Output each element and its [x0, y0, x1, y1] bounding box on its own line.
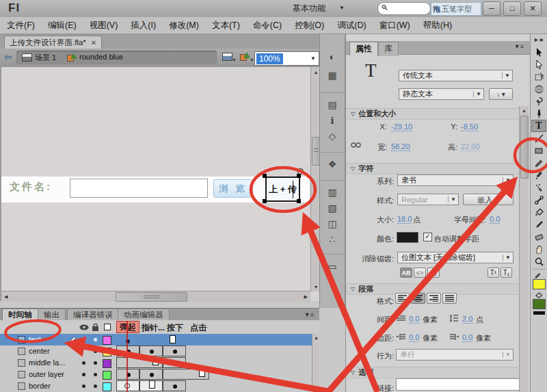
filename-input[interactable]	[70, 179, 208, 198]
document-tab[interactable]: 上传文件设计界面.fla* ✕	[4, 36, 102, 49]
rectangle-tool[interactable]	[531, 144, 546, 157]
layer-row-center[interactable]: center	[0, 345, 312, 358]
scroll-left-icon[interactable]: ◀	[4, 294, 8, 300]
link-input[interactable]	[396, 378, 522, 391]
line-spacing-value[interactable]: 2.0	[462, 315, 472, 324]
timeline-scrollbar[interactable]: ▲	[312, 334, 319, 392]
section-position[interactable]: ▽ 位置和大小	[346, 108, 518, 120]
superscript-toggle[interactable]: T¹	[488, 267, 499, 278]
font-style-dropdown[interactable]: Regular ▼	[397, 194, 459, 205]
pen-tool[interactable]	[531, 107, 546, 120]
edit-symbols-arrow-icon[interactable]: ▼	[250, 57, 254, 62]
layer-color-swatch[interactable]	[103, 359, 111, 368]
keyframe-dot[interactable]	[173, 350, 177, 354]
keyframe-dot[interactable]	[150, 350, 154, 354]
paint-bucket-tool[interactable]	[531, 206, 546, 218]
components-panel-icon[interactable]: ▥	[320, 180, 345, 197]
selection-handle[interactable]	[263, 174, 267, 178]
layer-name[interactable]: center	[29, 347, 50, 355]
menu-file[interactable]: 文件(F)	[7, 20, 35, 31]
layer-color-swatch[interactable]	[103, 371, 111, 380]
subscript-toggle[interactable]: T₁	[501, 267, 512, 278]
frame-label-down[interactable]: 按下	[167, 322, 183, 334]
back-arrow-icon[interactable]: ⇦	[4, 51, 12, 62]
layer-color-swatch[interactable]	[103, 348, 111, 356]
empty-keyframe-marker[interactable]	[149, 380, 155, 389]
show-border-toggle[interactable]: ▤	[427, 267, 440, 278]
selectable-toggle[interactable]: AB	[400, 267, 412, 278]
behavior-dropdown[interactable]: 单行 ▼	[396, 349, 513, 361]
eyedropper-tool[interactable]	[531, 218, 546, 231]
minimize-button[interactable]: ─	[483, 1, 501, 16]
empty-keyframe-marker[interactable]	[199, 369, 205, 377]
layer-name[interactable]: text	[29, 335, 41, 343]
align-justify-button[interactable]	[442, 293, 457, 304]
close-button[interactable]: ✕	[524, 1, 542, 16]
embed-button[interactable]: 嵌入...	[463, 194, 513, 205]
stage-pasteboard[interactable]: 文件名: 浏 览 上 + 传 ▲ ▼ ◀ ▶	[0, 67, 319, 301]
scene-name[interactable]: 场景 1	[35, 53, 56, 63]
tab-properties[interactable]: 属性	[349, 42, 378, 56]
close-tab-icon[interactable]: ✕	[91, 39, 96, 47]
x-value[interactable]: -29.10	[391, 122, 412, 131]
menu-insert[interactable]: 插入(I)	[131, 20, 156, 31]
3d-rotation-tool[interactable]	[531, 83, 546, 95]
symbol-name[interactable]: rounded blue	[79, 53, 123, 61]
color-options-strip[interactable]	[533, 311, 545, 315]
edit-scene-arrow-icon[interactable]: ▼	[232, 57, 236, 62]
tab-compiler-errors[interactable]: 编译器错误	[67, 309, 119, 321]
section-character[interactable]: ▽ 字符	[346, 163, 518, 174]
keyframe-dot[interactable]	[173, 384, 177, 389]
tab-motion-editor[interactable]: 动画编辑器	[118, 309, 170, 321]
history-panel-icon[interactable]: ◫	[320, 219, 345, 228]
layer-row-middle[interactable]: middle la...	[0, 357, 312, 369]
edit-symbols-icon[interactable]	[239, 52, 248, 60]
project-panel-icon[interactable]: ▭	[320, 254, 345, 271]
zoom-dropdown-icon[interactable]: ▼	[310, 55, 316, 62]
link-dimensions-icon[interactable]	[351, 141, 362, 149]
eraser-tool[interactable]	[531, 231, 546, 243]
upload-text-object[interactable]: 上 + 传	[265, 177, 300, 202]
frame-label-hit[interactable]: 点击	[190, 322, 206, 334]
bone-tool[interactable]	[531, 194, 546, 206]
info-panel-icon[interactable]: ℹ	[320, 116, 345, 125]
browse-button[interactable]: 浏 览	[213, 179, 253, 198]
frame-label-up[interactable]: 弹起	[116, 321, 139, 333]
letter-spacing-value[interactable]: 0.0	[490, 215, 500, 224]
fill-color-swatch[interactable]	[533, 299, 546, 309]
render-html-toggle[interactable]: <>	[414, 267, 426, 278]
lock-icon[interactable]	[92, 323, 99, 331]
brush-tool[interactable]	[531, 169, 546, 181]
selection-handle[interactable]	[297, 199, 301, 203]
autokern-checkbox[interactable]: ✓	[423, 233, 432, 241]
menu-help[interactable]: 帮助(H)	[423, 20, 452, 31]
height-value[interactable]: 22.00	[461, 142, 480, 151]
frame-label-over[interactable]: 指针...	[142, 322, 165, 334]
spray-brush-tool[interactable]	[531, 181, 546, 194]
layer-name[interactable]: outer layer	[29, 370, 64, 378]
right-margin-value[interactable]: 0.0	[462, 333, 472, 342]
menu-text[interactable]: 文本(T)	[212, 20, 240, 31]
layer-name[interactable]: middle la...	[29, 358, 65, 367]
text-tool[interactable]: T	[531, 120, 546, 132]
collapse-tools-icon[interactable]: ►►	[531, 36, 547, 43]
stroke-color-swatch[interactable]	[533, 279, 546, 289]
playhead[interactable]	[126, 321, 128, 392]
section-options[interactable]: ▽ 选项	[346, 367, 518, 378]
tab-output[interactable]: 输出	[38, 309, 66, 321]
swatches-panel-icon[interactable]: ▦	[320, 70, 345, 80]
color-panel-icon[interactable]: ◐ ▦ ▤ ℹ ◇ ❖ ▥ ▧ ◫ ∴ ▭	[320, 52, 345, 271]
selection-tool[interactable]	[531, 46, 546, 58]
tab-library[interactable]: 库	[378, 42, 399, 56]
keyframe-dot[interactable]	[150, 373, 154, 377]
indent-value[interactable]: 0.0	[409, 315, 419, 324]
panel-menu-icon[interactable]: ▼≡	[514, 43, 524, 50]
motion-presets-panel-icon[interactable]: ▧	[320, 203, 345, 213]
tab-timeline[interactable]: 时间轴	[2, 309, 38, 321]
align-left-button[interactable]	[395, 293, 410, 304]
menu-modify[interactable]: 修改(M)	[169, 20, 199, 31]
edit-scene-icon[interactable]	[222, 53, 232, 61]
zoom-combo[interactable]: 100% ▼	[254, 51, 319, 66]
layer-name[interactable]: border	[29, 382, 51, 390]
y-value[interactable]: -8.50	[461, 122, 478, 131]
